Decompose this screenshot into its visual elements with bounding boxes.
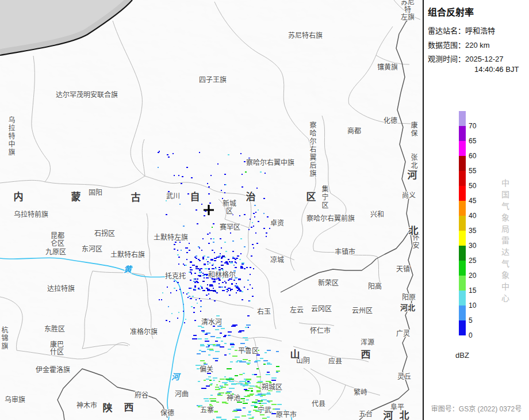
map-label: 土默特左旗 [154,234,188,242]
station-label: 雷达站名： [428,26,465,35]
colorbar-segment [459,171,466,186]
map-label: 乌拉特中旗 [7,116,15,156]
product-title: 组合反射率 [428,5,474,18]
map-label: 宁武 [258,407,271,414]
map-label: 河曲 [175,391,189,398]
map-label: 平鲁区 [238,348,259,355]
map-label: 区 [306,193,316,201]
colorbar-tick: 60 [469,152,476,160]
map-label: 和林格尔 [208,272,236,279]
colorbar-segment [459,246,466,261]
map-label: 集宁区 [320,185,328,209]
map-label: 原平市 [276,411,297,419]
map-label: 武川 [166,193,180,200]
range-label: 数据范围： [428,41,465,49]
map-label: 内 [14,193,24,201]
map-label: 察哈尔右翼后旗 [308,121,316,178]
map-label: 九原区 [45,249,66,256]
map-label: 石拐区 [94,230,115,238]
map-label: 阳高 [368,283,382,291]
colorbar-segment [459,156,466,171]
colorbar-tick: 45 [469,197,476,205]
colorbar-segment [459,126,466,141]
map-label: 灵丘 [397,373,411,381]
station-value: 呼和浩特 [465,26,495,35]
map-label: 清水河 [201,319,222,326]
map-label: 蒙 [71,193,81,201]
unit-label: dBZ [450,351,474,360]
colorbar-tick: 50 [469,182,476,190]
map-label: 昆都 仑区 [51,232,64,247]
map-label: 土默特右旗 [110,251,145,259]
colorbar-tick: 65 [469,137,476,145]
colorbar-tick: 70 [469,122,476,130]
radar-product-screen: 苏尼特 左旗苏尼特右旗四子王旗达尔罕茂明安联合旗镶黄旗商都化德康保张北察哈尔右翼… [0,0,529,420]
map-label: 康保 [409,121,417,138]
map-label: 河 [408,171,417,179]
map-label: 乌审旗 [5,396,25,404]
colorbar-segment [459,276,466,291]
colorbar-segment [459,231,466,246]
map-label: 山 [290,351,300,358]
colorbar-segment [459,201,466,216]
map-label: 浑源 [361,339,374,346]
map-label: 杭锦旗 [0,326,8,350]
map-label: 西 [124,404,134,411]
map-label: 阳原 [402,294,416,301]
map-label: 准格尔旗 [130,329,158,336]
map-label: 达拉特旗 [47,285,75,293]
map-label: 应县 [328,358,342,365]
map-label: 康巴 什区 [50,341,64,356]
map-label: 新荣区 [318,280,339,287]
map-label: 张北 [409,154,417,170]
map-label: 怀仁市 [310,327,331,335]
time-date: 2025-12-27 [465,55,504,63]
map-label: 东胜区 [44,326,65,333]
colorbar-tick: 25 [469,257,476,265]
colorbar-segment [459,111,466,126]
map-label: 代县 [312,400,325,408]
info-panel: 组合反射率 雷达站名：呼和浩特 数据范围：220 km 观测时间：2025-12… [423,0,529,420]
map-label: 商都 [347,128,361,135]
colorbar-tick: 15 [469,287,476,295]
map-label: 丰镇市 [335,249,355,256]
map-label: 赛罕区 [220,224,240,231]
map-label: 自 [190,193,200,201]
range-row: 数据范围：220 km [428,39,490,50]
colorbar-segment [459,216,466,231]
map-label: 化德 [384,117,397,125]
map-label: 五寨 [200,407,214,414]
time-clock: 14:40:46 BJT [428,65,519,74]
approval-number: 审图号：GS京 (2022) 0372号 [424,403,529,413]
map-label: 偏关 [200,366,213,373]
colorbar-tick: 30 [469,242,476,250]
map-label: 神木市 [76,402,97,410]
map-label: 左云 [290,307,304,314]
colorbar-tick: 35 [469,227,476,235]
map-label: 乌拉特前旗 [14,211,48,219]
colorbar-tick: 20 [469,272,476,280]
map-label: 云冈区 [311,306,332,313]
time-label: 观测时间： [428,55,465,63]
map-label: 朔城区 [262,384,282,391]
station-row: 雷达站名：呼和浩特 [428,25,495,36]
map-label: 河 [384,412,393,419]
map-label: 镶黄旗 [377,64,398,71]
map-label: 北 [409,227,419,235]
colorbar-tick: 55 [469,167,476,175]
map-label: 天镇 [396,266,410,273]
map-label: 北 [400,412,409,419]
map-label: 固阳 [89,189,102,197]
map-label: 古 [131,194,141,201]
map-label: 尚义 [402,192,416,200]
colorbar-tick: 10 [469,301,476,310]
map-label: 云州区 [352,307,373,315]
colorbar-segment [459,320,466,335]
colorbar-tick: 0 [469,331,473,339]
map-label: 神池 [227,395,240,402]
map-label: 五台 [359,411,373,418]
map-label: 卓资 [270,220,284,227]
map-label: 新城 区 [223,200,236,215]
colorbar-segment [459,291,466,306]
map-label: 河北 [400,304,415,311]
